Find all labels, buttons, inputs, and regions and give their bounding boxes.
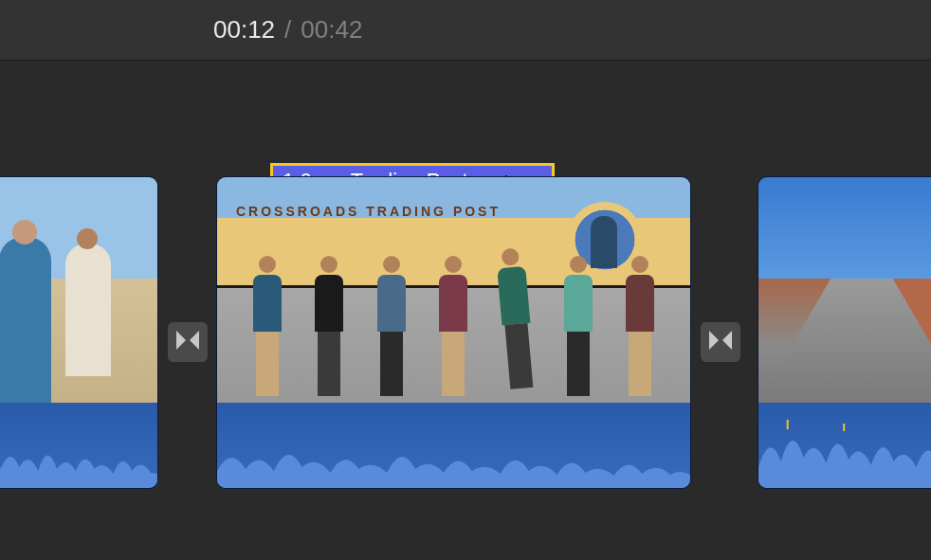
- transition-1[interactable]: [167, 321, 209, 363]
- svg-rect-0: [787, 420, 789, 429]
- clip-3-thumbnail: [758, 177, 931, 403]
- clip-1-audio-waveform[interactable]: [0, 403, 157, 488]
- clip-1-thumbnail: [0, 177, 157, 403]
- transition-icon: [174, 327, 201, 357]
- timecode-total: 00:42: [301, 15, 362, 45]
- clip-2-thumbnail: CROSSROADS TRADING POST: [217, 177, 690, 403]
- svg-rect-1: [843, 424, 845, 431]
- timeline[interactable]: 1,6 s – Trading Post CROSSROADS TRADING …: [0, 61, 931, 560]
- video-clip-2[interactable]: CROSSROADS TRADING POST: [216, 176, 691, 489]
- transition-2[interactable]: [700, 321, 741, 363]
- clip-3-audio-waveform[interactable]: [758, 403, 931, 488]
- timecode-separator: /: [284, 15, 291, 45]
- video-clip-1[interactable]: [0, 176, 158, 489]
- timecode-current: 00:12: [213, 15, 275, 45]
- clip-2-sign-text: CROSSROADS TRADING POST: [236, 204, 501, 219]
- clips-row: CROSSROADS TRADING POST: [0, 176, 931, 489]
- transition-icon: [707, 327, 734, 357]
- clip-2-audio-waveform[interactable]: [217, 403, 690, 488]
- timecode-bar: 00:12 / 00:42: [0, 0, 931, 61]
- video-clip-3[interactable]: [758, 176, 931, 489]
